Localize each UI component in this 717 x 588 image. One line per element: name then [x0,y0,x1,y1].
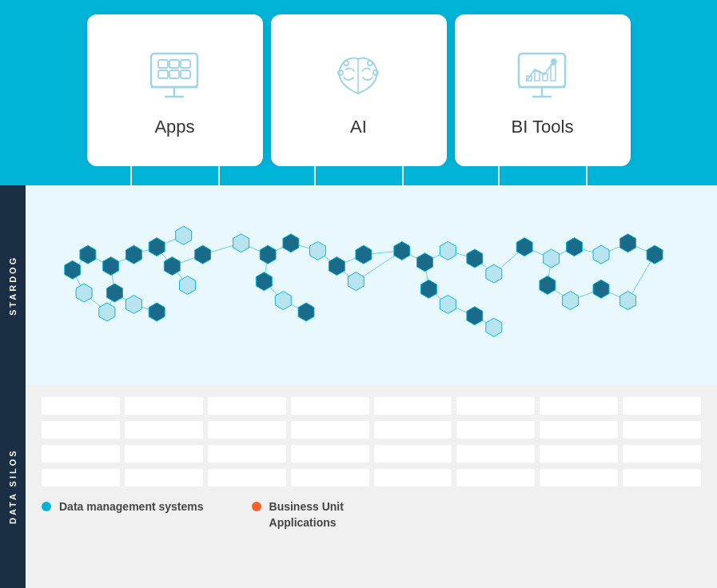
silo-cell [623,469,701,487]
silo-row-1 [42,397,701,415]
svg-point-18 [552,59,556,64]
bi-tools-card: BI Tools [455,14,631,166]
apps-label: Apps [154,117,194,137]
ai-card: AI [271,14,447,166]
silo-row-3 [42,445,701,463]
silo-cell [374,445,452,463]
data-silos-label: DATA SILOS [0,385,26,588]
svg-rect-22 [551,65,556,81]
top-section: Apps AI [0,0,717,166]
legend-dot-orange [252,502,261,511]
apps-connectors [87,166,263,185]
silo-cell [208,445,286,463]
silo-cell [456,397,535,415]
silo-cell [374,397,452,415]
silo-cell [291,445,369,463]
data-silos-content: Data management systems Business UnitApp… [26,385,717,588]
svg-marker-23 [42,193,58,203]
silo-cell [540,469,618,487]
svg-point-12 [344,61,349,66]
ai-label: AI [350,117,367,137]
v-line-1 [130,166,132,185]
silo-cell [208,421,286,439]
connector-lines [0,166,717,185]
silo-cell [42,397,120,415]
stardog-content [26,185,717,385]
svg-rect-5 [169,60,179,68]
legend-item-dms: Data management systems [42,499,204,515]
bi-tools-icon [511,43,575,107]
svg-point-13 [368,61,372,66]
silo-cell [291,469,369,487]
bi-tools-label: BI Tools [512,117,574,137]
legend-item-bua: Business UnitApplications [252,499,344,530]
svg-rect-14 [519,54,565,87]
network-graph [38,193,705,377]
silo-cell [125,397,203,415]
silo-cell [42,445,120,463]
silo-cell [208,469,286,487]
silo-cell [623,397,701,415]
svg-rect-9 [181,70,190,78]
svg-rect-6 [181,60,190,68]
v-line-2 [218,166,220,185]
legend: Data management systems Business UnitApp… [42,499,701,530]
silo-cell [125,445,203,463]
v-line-5 [498,166,500,185]
silo-cell [623,445,701,463]
silo-cell [456,445,535,463]
ai-icon [327,43,391,107]
silo-cell [623,421,701,439]
silo-cell [291,397,369,415]
stardog-label: STARDOG [0,185,26,385]
svg-rect-20 [535,71,540,81]
silo-cell [540,445,618,463]
silo-cell [374,469,452,487]
svg-rect-8 [169,70,179,78]
svg-point-11 [373,70,378,75]
stardog-section: STARDOG [0,185,717,385]
silo-cell [208,397,286,415]
v-line-3 [314,166,316,185]
legend-text-dms: Data management systems [59,499,204,515]
silo-cell [540,421,618,439]
svg-point-10 [338,70,343,75]
apps-icon [143,43,207,107]
main-area: STARDOG [0,185,717,588]
bi-connectors [455,166,631,185]
v-line-4 [402,166,404,185]
silo-cell [42,469,120,487]
silo-cell [125,469,203,487]
legend-text-bua: Business UnitApplications [269,499,344,530]
apps-card: Apps [87,14,263,166]
legend-dot-blue [42,502,51,511]
silo-cell [291,421,369,439]
ai-connectors [271,166,447,185]
svg-rect-4 [158,60,168,68]
svg-rect-7 [158,70,168,78]
silo-cell [456,421,535,439]
silo-row-2 [42,421,701,439]
v-line-6 [586,166,588,185]
silo-cell [456,469,535,487]
data-silos-section: DATA SILOS [0,385,717,588]
silo-cell [42,421,120,439]
silo-cell [125,421,203,439]
silo-row-4 [42,469,701,487]
silo-cell [374,421,452,439]
silo-cell [540,397,618,415]
